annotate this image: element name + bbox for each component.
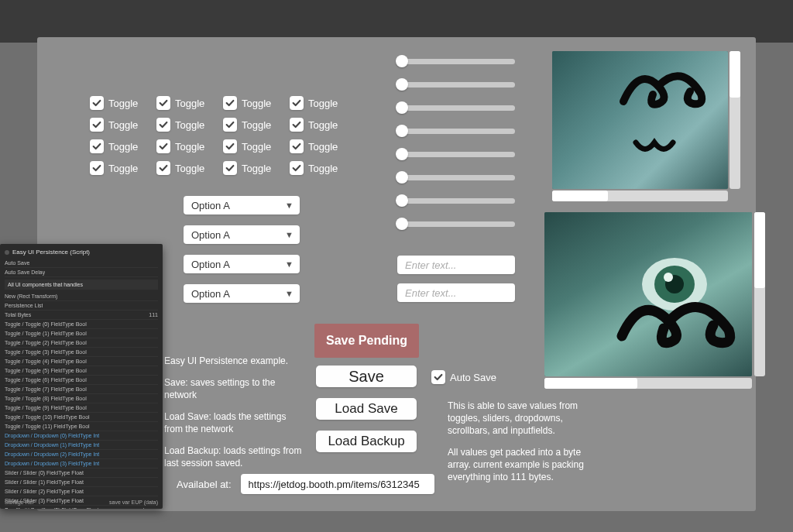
toggle-label: Toggle (308, 98, 338, 109)
checkbox-icon (223, 161, 237, 175)
load-backup-button[interactable]: Load Backup (316, 431, 417, 452)
checkbox-icon (90, 118, 104, 132)
slider-6[interactable] (397, 194, 515, 208)
dropdowns-column: Option A▼Option A▼Option A▼Option A▼ (184, 196, 300, 303)
slider-track (397, 129, 515, 134)
toggle-7[interactable]: Toggle (290, 115, 356, 135)
toggle-label: Toggle (242, 98, 271, 109)
toggle-label: Toggle (242, 163, 271, 174)
toggle-label: Toggle (175, 141, 204, 153)
slider-track (397, 59, 515, 64)
toggle-label: Toggle (175, 98, 204, 109)
toggle-label: Toggle (108, 141, 138, 153)
toggle-label: Toggle (108, 98, 138, 109)
buttons-column: Save Load Save Load Backup (316, 366, 417, 452)
toggle-12[interactable]: Toggle (90, 158, 156, 178)
slider-knob[interactable] (396, 218, 408, 230)
inspector-row: Toggle / Toggle (9) FieldType Bool (5, 403, 158, 413)
scrollbar-vertical-bottom[interactable] (754, 212, 765, 376)
checkbox-icon (156, 139, 170, 153)
toggles-grid: ToggleToggleToggleToggleToggleToggleTogg… (90, 93, 356, 178)
dropdown-2[interactable]: Option A▼ (184, 255, 300, 273)
toggle-10[interactable]: Toggle (223, 136, 290, 156)
slider-0[interactable] (397, 54, 515, 68)
checkbox-icon (431, 370, 445, 384)
textfield-placeholder: Enter text... (405, 259, 456, 271)
slider-track (397, 221, 515, 227)
slider-track (397, 152, 515, 157)
slider-knob[interactable] (396, 171, 408, 184)
inspector-title: Easy UI Persistence (Script) (5, 249, 158, 256)
chevron-down-icon: ▼ (285, 230, 294, 239)
inspector-row: Toggle / Toggle (10) FieldType Bool (5, 413, 158, 422)
toggle-0[interactable]: Toggle (90, 93, 156, 113)
slider-3[interactable] (397, 124, 515, 138)
svg-point-3 (664, 273, 673, 282)
sliders-column (397, 54, 515, 231)
slider-track (397, 175, 515, 180)
toggle-15[interactable]: Toggle (290, 158, 356, 178)
slider-knob[interactable] (396, 125, 408, 137)
checkbox-icon (156, 161, 170, 175)
scrollbar-horizontal-top[interactable] (552, 190, 728, 201)
dropdown-3[interactable]: Option A▼ (184, 284, 300, 303)
toggle-6[interactable]: Toggle (223, 115, 290, 135)
inspector-row: Dropdown / Dropdown (1) FieldType Int (5, 441, 158, 450)
slider-knob[interactable] (396, 148, 408, 160)
toggle-1[interactable]: Toggle (156, 93, 223, 113)
toggle-4[interactable]: Toggle (90, 115, 156, 135)
inspector-row: Toggle / Toggle (11) FieldType Bool (5, 422, 158, 431)
checkbox-icon (223, 139, 237, 153)
toggle-label: Toggle (175, 163, 204, 174)
toggle-9[interactable]: Toggle (156, 136, 223, 156)
toggle-13[interactable]: Toggle (156, 158, 223, 178)
textfield-2[interactable]: Enter text... (397, 283, 515, 302)
slider-2[interactable] (397, 101, 515, 115)
checkbox-icon (223, 118, 237, 132)
slider-5[interactable] (397, 170, 515, 184)
inspector-row: Toggle / Toggle (6) FieldType Bool (5, 376, 158, 385)
toggle-2[interactable]: Toggle (223, 93, 290, 113)
slider-knob[interactable] (396, 101, 408, 114)
slider-knob[interactable] (396, 78, 408, 91)
dropdown-0[interactable]: Option A▼ (184, 196, 300, 215)
slider-track (397, 198, 515, 204)
dropdown-value: Option A (191, 200, 230, 211)
toggle-3[interactable]: Toggle (290, 93, 356, 113)
dropdown-1[interactable]: Option A▼ (184, 225, 300, 244)
textfield-placeholder: Enter text... (405, 287, 456, 299)
save-button[interactable]: Save (316, 366, 417, 387)
toggle-8[interactable]: Toggle (90, 136, 156, 156)
url-input[interactable]: https://jetdog.booth.pm/items/6312345 (241, 474, 434, 494)
checkbox-icon (90, 96, 104, 110)
toggle-14[interactable]: Toggle (223, 158, 290, 178)
inspector-row: Toggle / Toggle (7) FieldType Bool (5, 385, 158, 394)
textfield-1[interactable]: Enter text... (397, 256, 515, 274)
toggle-label: Toggle (108, 119, 138, 131)
toggle-label: Toggle (242, 119, 271, 131)
inspector-row: Toggle / Toggle (2) FieldType Bool (5, 338, 158, 348)
info-text-right: This is able to save values from toggles… (448, 400, 602, 483)
slider-knob[interactable] (396, 55, 408, 67)
checkbox-icon (223, 96, 237, 110)
info-text-left: Easy UI Persistence example. Save: saves… (164, 355, 304, 469)
inspector-row: Toggle / Toggle (0) FieldType Bool (5, 320, 158, 329)
checkbox-icon (290, 118, 304, 132)
checkbox-icon (290, 161, 304, 175)
slider-4[interactable] (397, 147, 515, 161)
autosave-toggle[interactable]: Auto Save (431, 370, 496, 384)
dropdown-value: Option A (191, 288, 230, 300)
inspector-rows: Toggle / Toggle (0) FieldType BoolToggle… (5, 320, 158, 509)
load-save-button[interactable]: Load Save (316, 398, 417, 420)
dropdown-value: Option A (191, 229, 230, 241)
checkbox-icon (290, 96, 304, 110)
scrollbar-horizontal-bottom[interactable] (544, 378, 752, 389)
save-pending-badge: Save Pending (314, 324, 419, 358)
slider-7[interactable] (397, 217, 515, 231)
slider-knob[interactable] (396, 194, 408, 207)
scrollbar-vertical-top[interactable] (729, 51, 740, 189)
toggle-5[interactable]: Toggle (156, 115, 223, 135)
toggle-11[interactable]: Toggle (290, 136, 356, 156)
checkbox-icon (156, 96, 170, 110)
slider-1[interactable] (397, 77, 515, 91)
